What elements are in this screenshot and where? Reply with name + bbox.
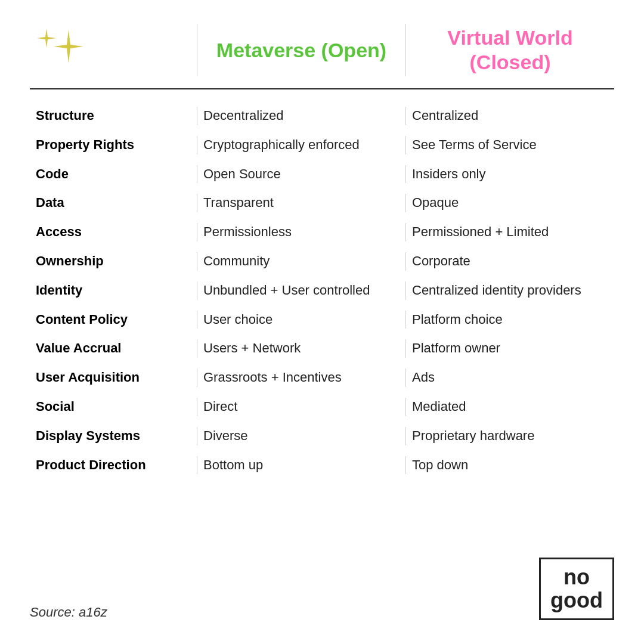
row-metaverse: Direct (197, 398, 405, 416)
row-metaverse: Users + Network (197, 339, 405, 358)
row-metaverse: Permissionless (197, 223, 405, 242)
row-metaverse: Community (197, 252, 405, 271)
logo-box: no good (539, 558, 614, 620)
table-row: Identity Unbundled + User controlled Cen… (30, 276, 614, 305)
row-metaverse: Grassroots + Incentives (197, 369, 405, 387)
table-row: Social Direct Mediated (30, 392, 614, 422)
table-row: Data Transparent Opaque (30, 188, 614, 218)
source-text: Source: a16z (30, 605, 107, 620)
row-label: Product Direction (30, 456, 197, 475)
table-header: Metaverse (Open) Virtual World (Closed) (30, 24, 614, 89)
sparkle-icon (36, 24, 83, 76)
row-label: Ownership (30, 252, 197, 271)
row-metaverse: User choice (197, 311, 405, 329)
row-virtual: Proprietary hardware (405, 427, 614, 445)
row-virtual: Platform owner (405, 339, 614, 358)
sparkle-icon-cell (30, 24, 197, 76)
row-virtual: Centralized (405, 107, 614, 125)
row-label: Code (30, 165, 197, 184)
logo-line1: no (564, 565, 590, 589)
row-label: Structure (30, 107, 197, 125)
metaverse-header: Metaverse (Open) (197, 24, 405, 76)
row-virtual: Ads (405, 369, 614, 387)
table-row: Content Policy User choice Platform choi… (30, 305, 614, 335)
comparison-table: Metaverse (Open) Virtual World (Closed) … (30, 24, 614, 534)
row-metaverse: Decentralized (197, 107, 405, 125)
table-row: Access Permissionless Permissioned + Lim… (30, 218, 614, 247)
logo-line2: good (550, 588, 603, 612)
row-virtual: Insiders only (405, 165, 614, 184)
table-row: Value Accrual Users + Network Platform o… (30, 334, 614, 363)
logo-text: no good (550, 565, 603, 612)
table-row: Ownership Community Corporate (30, 247, 614, 276)
row-virtual: See Terms of Service (405, 136, 614, 154)
metaverse-header-label: Metaverse (Open) (216, 38, 386, 63)
row-virtual: Permissioned + Limited (405, 223, 614, 242)
row-label: User Acquisition (30, 369, 197, 387)
table-body: Structure Decentralized Centralized Prop… (30, 101, 614, 534)
table-row: Code Open Source Insiders only (30, 160, 614, 189)
table-row: Display Systems Diverse Proprietary hard… (30, 422, 614, 451)
table-row: Property Rights Cryptographically enforc… (30, 131, 614, 160)
virtual-header-label: Virtual World (Closed) (412, 26, 608, 75)
footer: Source: a16z no good (30, 552, 614, 620)
row-label: Property Rights (30, 136, 197, 154)
row-label: Identity (30, 281, 197, 300)
row-label: Display Systems (30, 427, 197, 445)
row-metaverse: Bottom up (197, 456, 405, 475)
row-virtual: Opaque (405, 194, 614, 212)
row-virtual: Centralized identity providers (405, 281, 614, 300)
row-label: Content Policy (30, 311, 197, 329)
row-virtual: Top down (405, 456, 614, 475)
row-metaverse: Unbundled + User controlled (197, 281, 405, 300)
row-label: Data (30, 194, 197, 212)
row-metaverse: Open Source (197, 165, 405, 184)
row-virtual: Mediated (405, 398, 614, 416)
row-metaverse: Cryptographically enforced (197, 136, 405, 154)
table-row: Product Direction Bottom up Top down (30, 451, 614, 480)
row-label: Access (30, 223, 197, 242)
row-virtual: Platform choice (405, 311, 614, 329)
row-label: Value Accrual (30, 339, 197, 358)
row-metaverse: Diverse (197, 427, 405, 445)
table-row: Structure Decentralized Centralized (30, 101, 614, 131)
table-row: User Acquisition Grassroots + Incentives… (30, 363, 614, 392)
virtual-header: Virtual World (Closed) (405, 24, 614, 76)
row-metaverse: Transparent (197, 194, 405, 212)
row-virtual: Corporate (405, 252, 614, 271)
row-label: Social (30, 398, 197, 416)
page: Metaverse (Open) Virtual World (Closed) … (0, 0, 644, 644)
